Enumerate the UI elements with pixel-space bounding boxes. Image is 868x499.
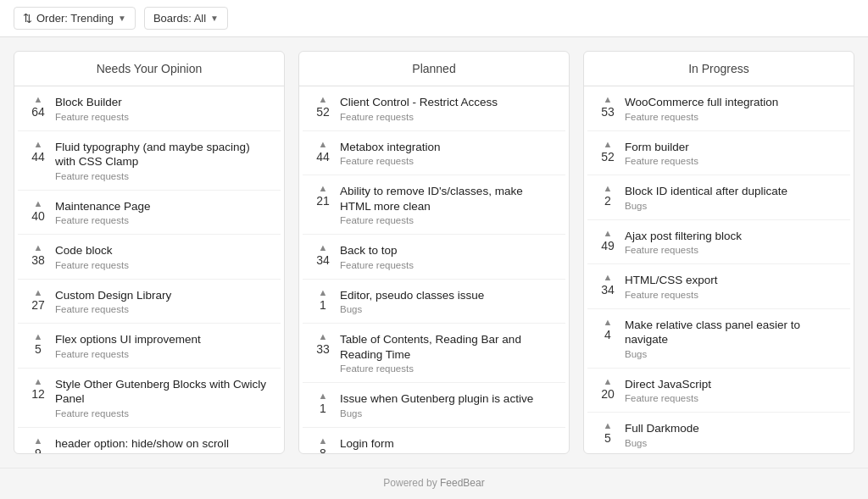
boards-dropdown[interactable]: Boards: All ▼ [144,7,228,30]
order-chevron: ▼ [118,14,126,23]
upvote-icon[interactable]: ▲ [319,332,328,341]
upvote-icon[interactable]: ▲ [604,95,613,104]
list-item[interactable]: ▲5Flex options UI improvementFeature req… [18,324,281,369]
item-title[interactable]: Code block [55,243,270,258]
list-item[interactable]: ▲64Block BuilderFeature requests [18,86,281,131]
list-item[interactable]: ▲5Full DarkmodeBugs [587,413,850,453]
item-content: Table of Contents, Reading Bar and Readi… [340,332,555,374]
vote-count: 34 [601,283,615,297]
order-dropdown[interactable]: ⇅ Order: Trending ▼ [14,7,136,30]
item-title[interactable]: Ajax post filtering block [625,229,840,244]
top-bar: ⇅ Order: Trending ▼ Boards: All ▼ [0,0,868,37]
item-title[interactable]: Direct JavaScript [625,377,840,392]
item-title[interactable]: WooCommerce full integration [625,95,840,110]
list-item[interactable]: ▲12Style Other Gutenberg Blocks with Cwi… [18,369,281,428]
list-item[interactable]: ▲9header option: hide/show on scrollFeat… [18,428,281,453]
list-item[interactable]: ▲21Ability to remove ID's/classes, make … [303,175,565,235]
list-item[interactable]: ▲20Direct JavaScriptFeature requests [587,369,850,413]
upvote-icon[interactable]: ▲ [604,229,613,238]
upvote-icon[interactable]: ▲ [604,184,613,193]
vote-section: ▲8 [313,436,333,453]
upvote-icon[interactable]: ▲ [34,436,43,446]
list-item[interactable]: ▲34Back to topFeature requests [303,235,565,280]
list-item[interactable]: ▲53WooCommerce full integrationFeature r… [587,86,850,131]
list-item[interactable]: ▲44Fluid typography (and maybe spacing) … [18,131,281,191]
upvote-icon[interactable]: ▲ [604,140,613,149]
item-tag: Bugs [625,438,840,448]
vote-section: ▲49 [598,229,618,253]
upvote-icon[interactable]: ▲ [34,288,43,297]
vote-section: ▲5 [28,332,48,357]
list-item[interactable]: ▲1Editor, pseudo classes issueBugs [303,280,565,324]
item-title[interactable]: Login form [340,436,555,452]
upvote-icon[interactable]: ▲ [319,184,328,193]
item-title[interactable]: Block ID identical after duplicate [625,184,840,199]
upvote-icon[interactable]: ▲ [319,140,328,149]
item-title[interactable]: Issue when Gutenberg plugin is active [340,391,555,407]
item-title[interactable]: Block Builder [55,95,270,110]
item-title[interactable]: Custom Design Library [55,288,270,303]
upvote-icon[interactable]: ▲ [319,288,328,297]
item-tag: Feature requests [55,452,270,453]
upvote-icon[interactable]: ▲ [34,199,43,208]
list-item[interactable]: ▲33Table of Contents, Reading Bar and Re… [303,324,565,383]
list-item[interactable]: ▲38Code blockFeature requests [18,235,281,280]
item-title[interactable]: Full Darkmode [625,421,840,436]
item-title[interactable]: header option: hide/show on scroll [55,436,270,452]
upvote-icon[interactable]: ▲ [34,332,43,341]
upvote-icon[interactable]: ▲ [34,140,43,149]
upvote-icon[interactable]: ▲ [34,243,43,252]
column-body-needs-your-opinion[interactable]: ▲64Block BuilderFeature requests▲44Fluid… [14,86,284,453]
list-item[interactable]: ▲34HTML/CSS exportFeature requests [587,264,850,309]
item-content: Style Other Gutenberg Blocks with Cwicly… [55,377,270,419]
item-content: Editor, pseudo classes issueBugs [340,288,555,315]
item-title[interactable]: HTML/CSS export [625,273,840,288]
list-item[interactable]: ▲27Custom Design LibraryFeature requests [18,280,281,324]
item-title[interactable]: Table of Contents, Reading Bar and Readi… [340,332,555,362]
item-title[interactable]: Editor, pseudo classes issue [340,288,555,303]
list-item[interactable]: ▲44Metabox integrationFeature requests [303,131,565,176]
upvote-icon[interactable]: ▲ [604,318,613,327]
item-title[interactable]: Ability to remove ID's/classes, make HTM… [340,184,555,213]
item-title[interactable]: Maintenance Page [55,199,270,214]
column-header-planned: Planned [299,52,569,86]
upvote-icon[interactable]: ▲ [319,243,328,252]
list-item[interactable]: ▲49Ajax post filtering blockFeature requ… [587,220,850,265]
item-tag: Feature requests [55,304,270,314]
upvote-icon[interactable]: ▲ [604,421,613,430]
item-title[interactable]: Metabox integration [340,140,555,155]
column-header-needs-your-opinion: Needs Your Opinion [14,52,284,86]
upvote-icon[interactable]: ▲ [319,95,328,104]
item-title[interactable]: Style Other Gutenberg Blocks with Cwicly… [55,377,270,407]
item-tag: Feature requests [55,215,270,225]
upvote-icon[interactable]: ▲ [34,377,43,386]
item-title[interactable]: Fluid typography (and maybe spacing) wit… [55,140,270,169]
order-icon: ⇅ [23,12,32,25]
vote-section: ▲4 [598,318,618,342]
item-title[interactable]: Make relative class panel easier to navi… [625,318,840,347]
upvote-icon[interactable]: ▲ [319,436,328,446]
columns-container: Needs Your Opinion▲64Block BuilderFeatur… [0,37,868,468]
vote-count: 5 [604,431,611,446]
item-title[interactable]: Back to top [340,243,555,258]
upvote-icon[interactable]: ▲ [34,95,43,104]
item-title[interactable]: Form builder [625,140,840,155]
list-item[interactable]: ▲1Issue when Gutenberg plugin is activeB… [303,383,565,428]
item-title[interactable]: Client Control - Restrict Access [340,95,555,110]
item-title[interactable]: Flex options UI improvement [55,332,270,347]
vote-count: 1 [320,298,326,313]
list-item[interactable]: ▲40Maintenance PageFeature requests [18,191,281,236]
list-item[interactable]: ▲8Login formFeature requests [303,428,565,453]
feedbear-link[interactable]: FeedBear [440,477,485,489]
upvote-icon[interactable]: ▲ [604,273,613,282]
item-tag: Feature requests [625,393,840,403]
list-item[interactable]: ▲52Client Control - Restrict AccessFeatu… [303,86,565,131]
list-item[interactable]: ▲4Make relative class panel easier to na… [587,309,850,369]
upvote-icon[interactable]: ▲ [319,391,328,401]
upvote-icon[interactable]: ▲ [604,377,613,386]
list-item[interactable]: ▲2Block ID identical after duplicateBugs [587,175,850,220]
list-item[interactable]: ▲52Form builderFeature requests [587,131,850,176]
column-body-in-progress[interactable]: ▲53WooCommerce full integrationFeature r… [584,86,854,453]
vote-section: ▲52 [313,95,333,119]
column-body-planned[interactable]: ▲52Client Control - Restrict AccessFeatu… [299,86,569,453]
